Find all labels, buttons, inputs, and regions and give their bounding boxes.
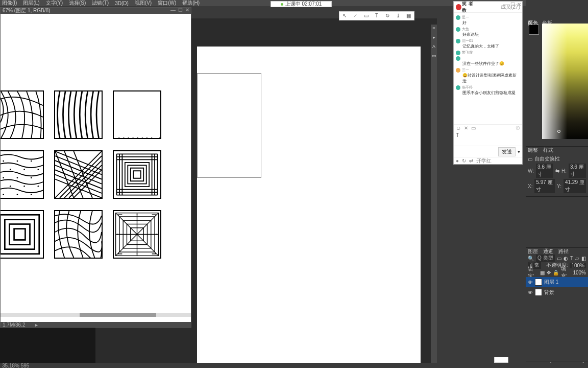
chat-message: 没在一些软件作业了😊 xyxy=(456,56,520,66)
image-icon[interactable]: ▭ xyxy=(471,125,476,131)
fill-field[interactable]: 100% xyxy=(573,270,586,275)
menu-image[interactable]: 图像(I) xyxy=(2,0,17,7)
menu-help[interactable]: 帮助(H) xyxy=(182,0,200,7)
height-field[interactable]: 3.6 厘寸 xyxy=(569,164,586,178)
pattern-window-body[interactable] xyxy=(1,14,191,322)
pointer-icon[interactable]: ↖ xyxy=(341,12,348,19)
search-icon[interactable]: 🔍 xyxy=(528,256,534,261)
download-icon[interactable]: ⤓ xyxy=(395,12,402,19)
send-button[interactable]: 发送 xyxy=(498,147,516,156)
layer-row[interactable]: 👁 背景 xyxy=(526,287,588,297)
history-icon[interactable]: ☉ xyxy=(516,125,520,131)
menu-3d[interactable]: 3D(D) xyxy=(115,1,129,6)
tab-styles[interactable]: 样式 xyxy=(543,147,553,154)
width-field[interactable]: 3.6 厘寸 xyxy=(536,164,553,178)
rectangle-icon[interactable]: ▭ xyxy=(362,12,370,19)
menu-text[interactable]: 文字(Y) xyxy=(46,0,63,7)
props-icon: ▭ xyxy=(528,156,532,162)
chat-text: 好康论坛 xyxy=(462,32,520,37)
selection-rect[interactable] xyxy=(197,73,261,178)
svg-point-10 xyxy=(23,186,25,187)
lock-all-icon[interactable]: 🔒 xyxy=(553,270,559,275)
avatar-icon xyxy=(456,39,460,43)
link-wh-icon[interactable]: ⇆ xyxy=(555,168,559,174)
pattern-cell xyxy=(54,210,103,259)
tab-paths[interactable]: 路径 xyxy=(558,248,569,255)
svg-point-4 xyxy=(23,169,25,170)
scissors-icon[interactable]: ✕ xyxy=(464,125,468,131)
avatar-icon xyxy=(456,27,460,32)
swap-icon[interactable]: ⇄ xyxy=(469,158,473,164)
text-icon[interactable]: T xyxy=(373,12,380,19)
annotation-toolbar: ↖ ⟋ ▭ T ↻ ⤓ ▦ xyxy=(339,11,414,20)
visibility-icon[interactable]: 👁 xyxy=(528,280,533,285)
chat-close-icon[interactable]: ✕ xyxy=(517,2,521,7)
eraser-icon[interactable]: ⟋ xyxy=(352,12,359,19)
svg-point-13 xyxy=(17,194,18,195)
grid-icon[interactable]: ▦ xyxy=(405,12,412,19)
maximize-icon[interactable]: ☐ xyxy=(178,8,183,13)
pattern-cell xyxy=(1,90,44,139)
pattern-cell xyxy=(1,210,44,259)
menu-select[interactable]: 选择(S) xyxy=(69,0,86,7)
menu-layer[interactable]: 图层(L) xyxy=(23,0,39,7)
dock-handle-icon[interactable]: ≡ xyxy=(431,26,437,34)
scrollbar-thumb[interactable] xyxy=(80,313,156,317)
mic-icon[interactable]: ● xyxy=(456,158,459,164)
lock-pixels-icon[interactable]: ▦ xyxy=(540,270,545,275)
visibility-icon[interactable]: 👁 xyxy=(528,290,533,295)
chat-input[interactable]: T xyxy=(454,131,522,146)
color-picker-cursor[interactable] xyxy=(557,130,560,133)
emoji-icon[interactable]: ☺ xyxy=(456,125,461,131)
filter-type-icon[interactable]: T xyxy=(570,256,573,261)
menu-view[interactable]: 视图(V) xyxy=(135,0,152,7)
svg-point-31 xyxy=(156,234,157,235)
minimize-icon[interactable]: — xyxy=(170,8,176,13)
refresh2-icon[interactable]: ↻ xyxy=(462,158,466,164)
filter-shape-icon[interactable]: ▱ xyxy=(575,256,579,261)
pattern-window-titlebar[interactable]: 67% (图层 1, RGB/8) — ☐ ✕ xyxy=(1,8,191,14)
color-picker[interactable] xyxy=(542,24,588,139)
refresh-icon[interactable]: ↻ xyxy=(384,12,391,19)
text-tool-icon[interactable]: A xyxy=(431,44,437,52)
layer-name[interactable]: 背景 xyxy=(544,289,554,296)
chat-min-icon[interactable]: — xyxy=(503,2,508,7)
layer-filter-select[interactable]: Q 类型 xyxy=(536,255,555,262)
pattern-window-statusbar: 1.7M/36.2 ▸ xyxy=(1,322,191,327)
svg-point-29 xyxy=(137,254,138,255)
horizontal-scrollbar[interactable] xyxy=(1,313,191,317)
footer-mid-label: 开学红 xyxy=(476,157,492,165)
chat-message: 浣一01记忆真的大，太棒了 xyxy=(456,38,520,49)
floating-mini-badge[interactable] xyxy=(494,357,508,363)
filter-smart-icon[interactable]: ◧ xyxy=(581,256,586,261)
app-status-bar: 35.18% 595 xyxy=(0,363,588,368)
chat-sender: 三一 xyxy=(462,67,469,73)
chat-max-icon[interactable]: ☐ xyxy=(510,2,515,7)
menu-filter[interactable]: 滤镜(T) xyxy=(92,0,109,7)
pattern-cell xyxy=(113,150,161,199)
x-field[interactable]: 5.97 厘寸 xyxy=(534,179,555,193)
filter-adjust-icon[interactable]: ◐ xyxy=(564,256,568,261)
tab-channels[interactable]: 通道 xyxy=(543,248,553,255)
y-label: Y: xyxy=(557,183,561,189)
chat-messages[interactable]: 思一好 大鱼好康论坛 浣一01记忆真的大，太棒了 带飞霞 没在一些软件作业了😊 … xyxy=(454,13,522,124)
layer-row[interactable]: 👁 图层 1 xyxy=(526,277,588,287)
status-arrow-icon[interactable]: ▸ xyxy=(35,322,38,328)
lock-position-icon[interactable]: ✥ xyxy=(547,270,551,275)
layer-name[interactable]: 图层 1 xyxy=(544,279,558,286)
chat-footer: ● ↻ ⇄ 开学红 xyxy=(454,157,522,164)
avatar-icon xyxy=(456,51,460,55)
foreground-color-swatch[interactable] xyxy=(529,25,539,35)
tab-layers[interactable]: 图层 xyxy=(528,248,538,255)
tab-adjustments[interactable]: 调整 xyxy=(528,147,538,154)
chat-message: 思一好 xyxy=(456,15,520,26)
close-icon[interactable]: ✕ xyxy=(185,8,190,13)
ruler-tool-icon[interactable]: ▭ xyxy=(431,53,437,61)
menu-window[interactable]: 窗口(W) xyxy=(158,0,176,7)
opacity-field[interactable]: 100% xyxy=(570,263,586,268)
y-field[interactable]: 41.29 厘寸 xyxy=(564,179,586,193)
send-dropdown-icon[interactable]: ▾ xyxy=(518,149,520,154)
pointer-tool-icon[interactable]: ▸ xyxy=(431,35,437,43)
filter-image-icon[interactable]: ▭ xyxy=(557,256,561,261)
canvas[interactable] xyxy=(197,47,421,368)
